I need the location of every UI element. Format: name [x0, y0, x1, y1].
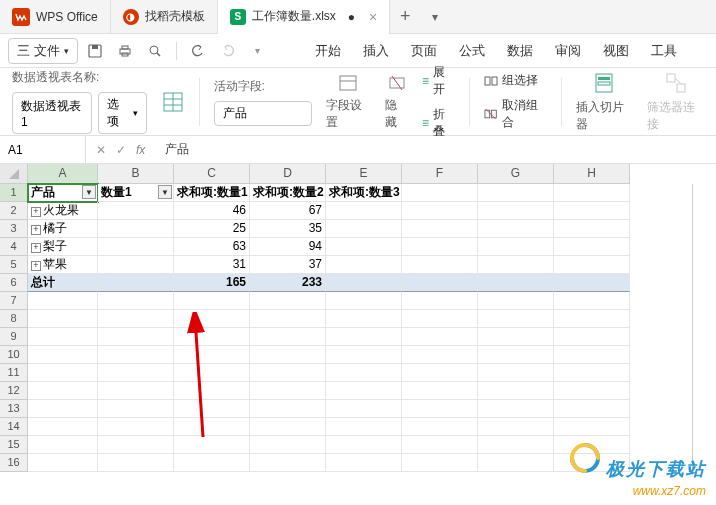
- cell[interactable]: [402, 346, 478, 364]
- cell[interactable]: [402, 292, 478, 310]
- cell[interactable]: [98, 418, 174, 436]
- filter-dropdown-icon[interactable]: ▼: [158, 185, 172, 199]
- cell[interactable]: [98, 382, 174, 400]
- cell[interactable]: [250, 382, 326, 400]
- cell[interactable]: [326, 382, 402, 400]
- tab-templates[interactable]: ◑ 找稻壳模板: [111, 0, 218, 34]
- column-header[interactable]: F: [402, 164, 478, 184]
- cell[interactable]: +橘子: [28, 220, 98, 238]
- row-header[interactable]: 8: [0, 310, 28, 328]
- cell[interactable]: [326, 292, 402, 310]
- row-header[interactable]: 7: [0, 292, 28, 310]
- column-header[interactable]: A: [28, 164, 98, 184]
- cell[interactable]: 233: [250, 274, 326, 292]
- cell[interactable]: [98, 400, 174, 418]
- cell[interactable]: [98, 436, 174, 454]
- cell[interactable]: [250, 418, 326, 436]
- cell[interactable]: [174, 364, 250, 382]
- cell[interactable]: [554, 202, 630, 220]
- cell[interactable]: [28, 346, 98, 364]
- cell[interactable]: [402, 220, 478, 238]
- cell[interactable]: [98, 346, 174, 364]
- row-header[interactable]: 1: [0, 184, 28, 202]
- ungroup-button[interactable]: 取消组合: [484, 97, 547, 131]
- cell[interactable]: [250, 346, 326, 364]
- cell[interactable]: [326, 328, 402, 346]
- tab-menu-button[interactable]: ▾: [420, 10, 450, 24]
- cell[interactable]: [402, 256, 478, 274]
- cell[interactable]: [554, 184, 630, 202]
- cell[interactable]: [478, 238, 554, 256]
- cell[interactable]: [326, 310, 402, 328]
- cell[interactable]: [554, 364, 630, 382]
- cancel-icon[interactable]: ✕: [96, 143, 106, 157]
- cell[interactable]: [478, 346, 554, 364]
- options-button[interactable]: 选项▾: [98, 92, 147, 134]
- tab-view[interactable]: 视图: [603, 36, 629, 66]
- new-tab-button[interactable]: +: [390, 6, 420, 27]
- row-header[interactable]: 5: [0, 256, 28, 274]
- tab-data[interactable]: 数据: [507, 36, 533, 66]
- cell[interactable]: [554, 256, 630, 274]
- cell[interactable]: [402, 436, 478, 454]
- cell[interactable]: [98, 292, 174, 310]
- cell[interactable]: [402, 364, 478, 382]
- cell[interactable]: +火龙果: [28, 202, 98, 220]
- column-header[interactable]: E: [326, 164, 402, 184]
- cell[interactable]: 求和项:数量1: [174, 184, 250, 202]
- cell[interactable]: [554, 274, 630, 292]
- cell[interactable]: 产品▼: [28, 184, 98, 202]
- cell[interactable]: [478, 382, 554, 400]
- active-field-input[interactable]: 产品: [214, 101, 312, 126]
- row-header[interactable]: 10: [0, 346, 28, 364]
- cell[interactable]: [28, 328, 98, 346]
- cell[interactable]: [250, 310, 326, 328]
- undo-icon[interactable]: [185, 38, 211, 64]
- print-icon[interactable]: [112, 38, 138, 64]
- cell[interactable]: [554, 328, 630, 346]
- cell[interactable]: [478, 202, 554, 220]
- field-list-button[interactable]: [161, 90, 185, 114]
- tab-page[interactable]: 页面: [411, 36, 437, 66]
- cell[interactable]: +梨子: [28, 238, 98, 256]
- cell[interactable]: +苹果: [28, 256, 98, 274]
- cell[interactable]: [326, 436, 402, 454]
- cell[interactable]: [402, 400, 478, 418]
- save-icon[interactable]: [82, 38, 108, 64]
- redo-icon[interactable]: [215, 38, 241, 64]
- cell[interactable]: 46: [174, 202, 250, 220]
- confirm-icon[interactable]: ✓: [116, 143, 126, 157]
- field-settings-button[interactable]: 字段设置: [326, 73, 372, 131]
- cell[interactable]: [326, 202, 402, 220]
- cell[interactable]: [250, 400, 326, 418]
- print-preview-icon[interactable]: [142, 38, 168, 64]
- cell[interactable]: [98, 310, 174, 328]
- cell[interactable]: 37: [250, 256, 326, 274]
- column-header[interactable]: D: [250, 164, 326, 184]
- hide-button[interactable]: 隐藏: [385, 73, 408, 131]
- cell[interactable]: 94: [250, 238, 326, 256]
- cell[interactable]: [402, 418, 478, 436]
- cell[interactable]: 求和项:数量2: [250, 184, 326, 202]
- cell[interactable]: [326, 274, 402, 292]
- column-header[interactable]: B: [98, 164, 174, 184]
- cell[interactable]: [250, 436, 326, 454]
- cell[interactable]: 总计: [28, 274, 98, 292]
- cell[interactable]: [402, 382, 478, 400]
- cell[interactable]: [554, 382, 630, 400]
- cell[interactable]: [98, 328, 174, 346]
- cell[interactable]: [478, 274, 554, 292]
- tab-wps-home[interactable]: WPS Office: [0, 0, 111, 34]
- tab-formula[interactable]: 公式: [459, 36, 485, 66]
- row-header[interactable]: 14: [0, 418, 28, 436]
- cell[interactable]: [250, 328, 326, 346]
- cell[interactable]: 求和项:数量3: [326, 184, 402, 202]
- cell[interactable]: [326, 364, 402, 382]
- cell[interactable]: [554, 292, 630, 310]
- cell[interactable]: [554, 454, 630, 472]
- spreadsheet-grid[interactable]: ABCDEFGH 1产品▼数量1▼求和项:数量1求和项:数量2求和项:数量32+…: [0, 164, 716, 475]
- cell[interactable]: [326, 220, 402, 238]
- cell[interactable]: [402, 454, 478, 472]
- cell[interactable]: [28, 400, 98, 418]
- cell[interactable]: [326, 418, 402, 436]
